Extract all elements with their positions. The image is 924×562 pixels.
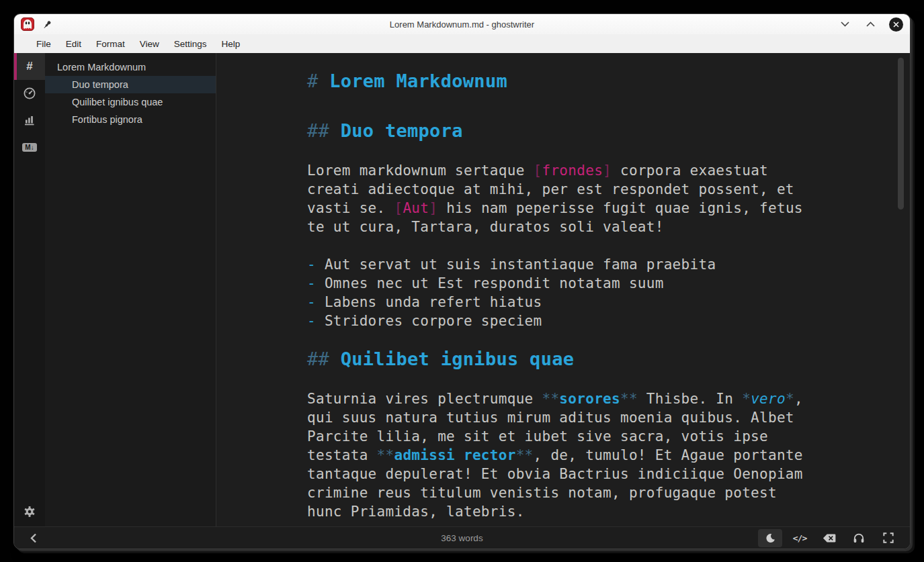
strip-spacer (14, 160, 45, 497)
main-area: # M↓ (14, 53, 910, 526)
chevron-left-icon (30, 533, 37, 543)
fullscreen-toggle[interactable] (876, 529, 900, 547)
chevron-up-icon (866, 21, 875, 27)
sidebar-tab-strip: # M↓ (14, 53, 45, 526)
document[interactable]: # Lorem Markdownum## Duo temporaLorem ma… (307, 69, 808, 526)
moon-icon (765, 532, 776, 544)
outline-item[interactable]: Fortibus pignora (45, 111, 216, 128)
block-p: Saturnia vires plectrumque **sorores** T… (307, 389, 808, 521)
outline-panel: Lorem MarkdownumDuo temporaQuilibet igni… (45, 53, 216, 526)
fullscreen-icon (883, 532, 894, 543)
block-h1: # Lorem Markdownum (307, 69, 808, 93)
menu-edit[interactable]: Edit (58, 36, 89, 52)
status-bar: 363 words </> (14, 526, 910, 549)
outline-item[interactable]: Lorem Markdownum (45, 58, 216, 76)
html-preview-toggle[interactable]: </> (788, 529, 812, 547)
list-item: - Stridores corpore speciem (307, 312, 808, 330)
gear-icon (24, 506, 36, 518)
tab-session-statistics[interactable] (14, 80, 45, 107)
menu-bar: FileEditFormatViewSettingsHelp (14, 34, 910, 53)
list-item: - Labens unda refert hiatus (307, 293, 808, 312)
menu-format[interactable]: Format (89, 36, 132, 52)
minimize-button[interactable] (837, 17, 852, 32)
outline-item[interactable]: Quilibet ignibus quae (45, 93, 216, 111)
maximize-button[interactable] (863, 17, 878, 32)
close-icon (889, 17, 903, 32)
markdown-icon: M↓ (22, 143, 36, 152)
bar-chart-icon (23, 113, 36, 127)
block-h2: ## Quilibet ignibus quae (307, 347, 808, 371)
editor-pane[interactable]: # Lorem Markdownum## Duo temporaLorem ma… (216, 53, 910, 526)
gauge-icon (23, 87, 36, 100)
dark-mode-toggle[interactable] (758, 529, 782, 547)
tab-outline[interactable]: # (14, 53, 45, 80)
ghostwriter-app-icon (21, 17, 34, 31)
hash-icon: # (26, 60, 32, 73)
menu-settings[interactable]: Settings (167, 36, 214, 52)
backspace-icon (822, 533, 837, 543)
window-title: Lorem Markdownum.md - ghostwriter (14, 19, 910, 30)
hide-sidebar-button[interactable] (24, 529, 44, 547)
settings-button[interactable] (14, 497, 45, 526)
editor-scrollbar[interactable] (898, 58, 904, 209)
block-ul: - Aut servat ut suis instantiaque fama p… (307, 255, 808, 330)
hemingway-mode-toggle[interactable] (817, 529, 841, 547)
list-item: - Aut servat ut suis instantiaque fama p… (307, 255, 808, 274)
pin-icon[interactable] (42, 19, 52, 30)
tab-document-statistics[interactable] (14, 107, 45, 134)
outline-list: Lorem MarkdownumDuo temporaQuilibet igni… (45, 58, 216, 128)
headphones-icon (853, 532, 865, 543)
menu-help[interactable]: Help (214, 36, 248, 52)
block-h2: ## Duo tempora (307, 119, 808, 143)
chevron-down-icon (841, 21, 849, 27)
ghostwriter-window: Lorem Markdownum.md - ghostwriter FileEd… (13, 13, 911, 549)
menu-file[interactable]: File (29, 36, 58, 52)
tab-cheat-sheet[interactable]: M↓ (14, 134, 45, 160)
focus-mode-toggle[interactable] (847, 529, 871, 547)
close-button[interactable] (888, 17, 903, 32)
block-p: Lorem markdownum sertaque [frondes] corp… (307, 161, 808, 236)
menu-view[interactable]: View (132, 36, 167, 52)
title-bar: Lorem Markdownum.md - ghostwriter (14, 14, 910, 34)
code-icon: </> (793, 533, 806, 543)
outline-item[interactable]: Duo tempora (45, 76, 216, 93)
list-item: - Omnes nec ut Est respondit notatam suu… (307, 274, 808, 293)
